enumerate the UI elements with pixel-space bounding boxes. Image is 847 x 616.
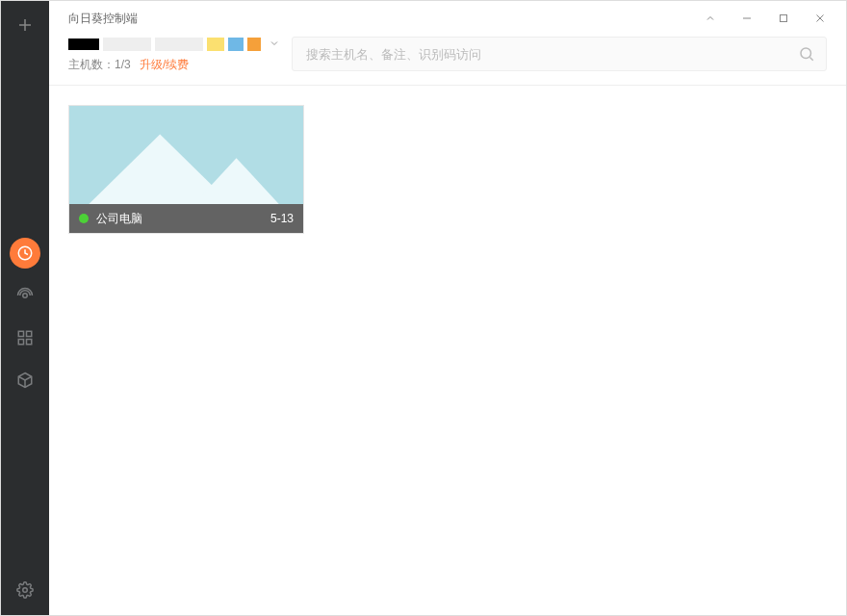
sidebar-item-discover[interactable] xyxy=(10,280,40,311)
sidebar-item-hosts[interactable] xyxy=(10,238,40,269)
host-date: 5-13 xyxy=(270,212,294,225)
header: 向日葵控制端 xyxy=(49,1,846,86)
host-count: 主机数：1/3 升级/续费 xyxy=(68,57,280,73)
search-wrap xyxy=(292,37,827,71)
window-controls xyxy=(704,12,827,25)
host-count-value: 1/3 xyxy=(115,58,131,71)
account-name-redacted xyxy=(155,38,203,51)
broadcast-icon xyxy=(16,287,34,304)
search-icon[interactable] xyxy=(798,45,815,63)
plus-icon xyxy=(16,16,34,34)
host-card-footer: 公司电脑 5-13 xyxy=(69,204,303,233)
add-button[interactable] xyxy=(1,1,49,49)
titlebar: 向日葵控制端 xyxy=(68,1,827,30)
svg-point-3 xyxy=(23,294,28,298)
account-name-redacted xyxy=(228,38,244,51)
host-count-label: 主机数： xyxy=(68,58,115,71)
account-name-redacted xyxy=(247,38,261,51)
chevron-down-icon xyxy=(269,36,280,53)
upgrade-link[interactable]: 升级/续费 xyxy=(140,58,189,71)
minimize-button[interactable] xyxy=(740,12,754,25)
account-selector[interactable] xyxy=(68,36,280,53)
close-icon xyxy=(814,13,826,24)
app-title: 向日葵控制端 xyxy=(68,11,138,27)
account-block: 主机数：1/3 升级/续费 xyxy=(68,36,280,73)
sidebar-item-settings[interactable] xyxy=(10,575,40,605)
account-name-redacted xyxy=(68,38,99,50)
gear-icon xyxy=(16,581,34,599)
svg-line-16 xyxy=(809,57,812,60)
content-area: 公司电脑 5-13 xyxy=(49,86,846,615)
account-name-redacted xyxy=(207,38,224,51)
svg-rect-7 xyxy=(27,340,32,345)
main-area: 向日葵控制端 xyxy=(49,1,846,615)
collapse-button[interactable] xyxy=(704,12,717,25)
account-name-redacted xyxy=(103,38,151,51)
svg-rect-12 xyxy=(781,15,787,22)
svg-rect-5 xyxy=(27,331,32,336)
sidebar-item-apps[interactable] xyxy=(10,322,40,353)
host-name: 公司电脑 xyxy=(96,211,142,227)
clock-icon xyxy=(16,244,34,262)
host-card[interactable]: 公司电脑 5-13 xyxy=(68,105,304,234)
minimize-icon xyxy=(741,13,753,24)
sidebar-item-box[interactable] xyxy=(10,365,40,396)
svg-point-10 xyxy=(23,588,28,593)
sidebar xyxy=(1,1,49,615)
maximize-button[interactable] xyxy=(777,12,790,25)
search-input[interactable] xyxy=(292,37,827,71)
grid-icon xyxy=(16,329,34,346)
chevron-up-icon xyxy=(705,13,716,24)
svg-rect-6 xyxy=(18,340,23,345)
status-online-dot xyxy=(79,214,89,223)
maximize-icon xyxy=(778,13,789,24)
svg-rect-4 xyxy=(18,331,23,336)
svg-point-15 xyxy=(801,48,811,59)
close-button[interactable] xyxy=(813,12,827,25)
cube-icon xyxy=(16,372,34,389)
